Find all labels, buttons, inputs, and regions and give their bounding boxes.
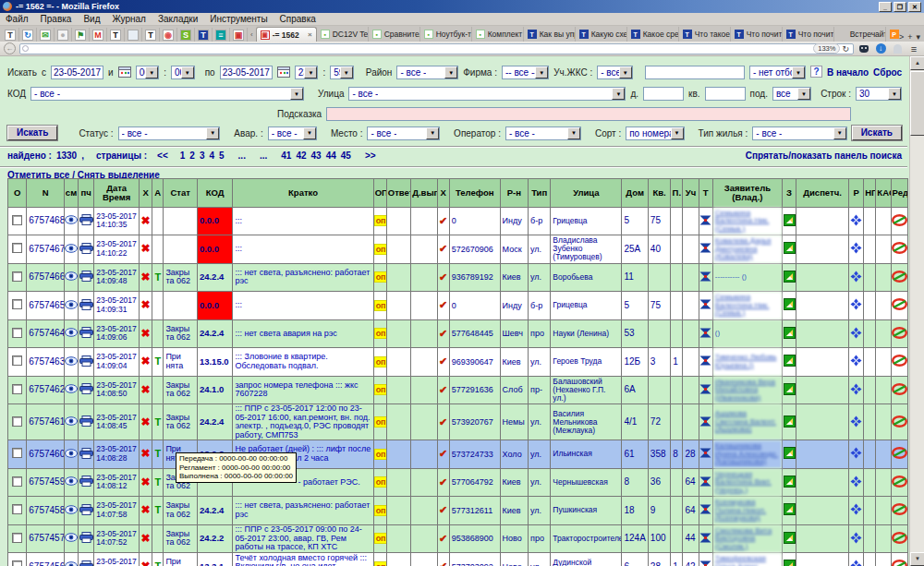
- print-icon[interactable]: [79, 535, 93, 545]
- page-link[interactable]: 42: [296, 151, 306, 161]
- calendar-icon[interactable]: [277, 66, 290, 79]
- tab[interactable]: ▪DC12V Tesl: [317, 27, 369, 42]
- search-button-2[interactable]: Искать: [852, 126, 902, 140]
- delete-x-icon[interactable]: ✖: [141, 271, 151, 283]
- print-icon[interactable]: [79, 358, 93, 368]
- tab[interactable]: TКак вы упр: [524, 27, 576, 42]
- otbor-select[interactable]: - нет отбора -▼: [749, 66, 806, 79]
- delete-x-icon[interactable]: ✖: [141, 476, 151, 488]
- tab[interactable]: TЧто такое: [679, 27, 731, 42]
- tab[interactable]: PPayoneer |: [886, 27, 899, 42]
- row-checkbox[interactable]: [12, 560, 22, 566]
- note-doc-icon[interactable]: [784, 331, 796, 341]
- diamond-icon[interactable]: [850, 536, 862, 546]
- delete-x-icon[interactable]: ✖: [141, 383, 151, 396]
- red-check-icon[interactable]: ✔: [439, 533, 447, 544]
- red-check-icon[interactable]: ✔: [439, 476, 447, 488]
- view-eye-icon[interactable]: [65, 245, 78, 255]
- pinned-tab[interactable]: ✉: [37, 28, 55, 42]
- hour-from-select[interactable]: 00▼: [136, 66, 160, 79]
- edit-icon[interactable]: [892, 218, 907, 228]
- tab[interactable]: ▪Ноутбук-тр: [420, 27, 472, 42]
- page-link[interactable]: 1: [180, 151, 186, 161]
- red-check-icon[interactable]: ✔: [439, 215, 447, 226]
- view-eye-icon[interactable]: [65, 450, 78, 460]
- hour-to-select[interactable]: 23▼: [295, 66, 319, 79]
- page-link[interactable]: 45: [341, 151, 351, 161]
- place-select[interactable]: - все -▼: [367, 126, 440, 140]
- row-checkbox[interactable]: [12, 448, 22, 458]
- tab[interactable]: TЧто почита: [783, 27, 834, 42]
- delete-x-icon[interactable]: ✖: [141, 242, 151, 255]
- print-icon[interactable]: [79, 302, 93, 312]
- diamond-icon[interactable]: [850, 419, 862, 429]
- view-eye-icon[interactable]: [65, 385, 78, 395]
- delete-x-icon[interactable]: ✖: [141, 532, 151, 545]
- edit-icon[interactable]: [892, 507, 907, 517]
- close-button[interactable]: ✕: [908, 2, 921, 12]
- note-doc-icon[interactable]: [784, 536, 796, 546]
- print-icon[interactable]: [79, 478, 93, 488]
- edit-icon[interactable]: [892, 419, 907, 429]
- tab-scroll-left-icon[interactable]: ‹: [248, 30, 256, 39]
- diamond-icon[interactable]: [850, 246, 862, 256]
- tab-active-1562[interactable]: ▣ -= 1562 ×: [256, 27, 317, 42]
- edit-icon[interactable]: [892, 246, 907, 256]
- ghost-extension-icon[interactable]: [891, 42, 904, 54]
- restore-button[interactable]: ❐: [894, 2, 906, 12]
- delete-x-icon[interactable]: ✖: [141, 355, 151, 367]
- view-eye-icon[interactable]: [65, 562, 78, 566]
- zoom-indicator[interactable]: 133%: [813, 43, 840, 54]
- red-check-icon[interactable]: ✔: [439, 271, 447, 283]
- scrollbar-thumb[interactable]: [910, 71, 924, 136]
- pinned-tab[interactable]: T: [2, 28, 19, 42]
- entrance-select[interactable]: все▼: [772, 87, 811, 101]
- print-icon[interactable]: [79, 451, 93, 461]
- red-check-icon[interactable]: ✔: [439, 384, 447, 395]
- row-checkbox[interactable]: [12, 533, 22, 543]
- print-icon[interactable]: [79, 273, 93, 283]
- view-eye-icon[interactable]: [65, 357, 78, 367]
- tab[interactable]: TКакую схем: [576, 27, 627, 42]
- note-doc-icon[interactable]: [784, 387, 796, 397]
- housing-select[interactable]: - все -▼: [752, 126, 846, 140]
- row-checkbox[interactable]: [12, 271, 22, 282]
- print-icon[interactable]: [79, 246, 93, 256]
- date-from-input[interactable]: 23-05-2017: [51, 66, 103, 79]
- view-eye-icon[interactable]: [65, 272, 78, 283]
- reset-link[interactable]: Сброс: [873, 67, 902, 78]
- house-input[interactable]: [643, 87, 684, 101]
- edit-icon[interactable]: [892, 451, 907, 461]
- pinned-tab[interactable]: ◉: [160, 28, 177, 42]
- pinned-tab[interactable]: M: [90, 28, 107, 42]
- note-doc-icon[interactable]: [784, 507, 796, 517]
- scroll-down-icon[interactable]: ▼: [910, 552, 924, 566]
- kod-select[interactable]: - все -▼: [30, 87, 304, 101]
- diamond-icon[interactable]: [850, 507, 862, 517]
- pinned-tab[interactable]: ▣: [230, 28, 248, 42]
- toggle-search-panel-link[interactable]: Спрятать/показать панель поиска: [746, 151, 902, 161]
- firm-select[interactable]: -- все --▼: [502, 66, 549, 79]
- note-doc-icon[interactable]: [784, 419, 796, 429]
- note-doc-icon[interactable]: [784, 274, 796, 284]
- delete-x-icon[interactable]: ✖: [141, 327, 151, 340]
- back-button[interactable]: ←: [4, 42, 16, 54]
- search-button[interactable]: Искать: [7, 126, 57, 140]
- menu-item[interactable]: Правка: [41, 14, 72, 24]
- page-link[interactable]: 2: [189, 151, 195, 161]
- minute-from-select[interactable]: 00▼: [171, 66, 195, 79]
- pinned-tab[interactable]: ⚑: [72, 28, 90, 42]
- view-eye-icon[interactable]: [65, 417, 78, 428]
- adblock-mask-icon[interactable]: [857, 42, 870, 54]
- delete-x-icon[interactable]: ✖: [141, 415, 151, 428]
- edit-icon[interactable]: [892, 387, 907, 397]
- pinned-tab[interactable]: ●: [55, 28, 72, 42]
- red-check-icon[interactable]: ✔: [439, 560, 447, 566]
- red-check-icon[interactable]: ✔: [439, 328, 447, 339]
- menu-item[interactable]: Вид: [83, 14, 100, 24]
- url-bar[interactable]: 133% ↻: [19, 43, 854, 54]
- operator-select[interactable]: - все -▼: [505, 126, 581, 140]
- scroll-up-icon[interactable]: ▲: [910, 56, 924, 70]
- page-link[interactable]: 5: [219, 151, 225, 161]
- red-check-icon[interactable]: ✔: [439, 355, 447, 367]
